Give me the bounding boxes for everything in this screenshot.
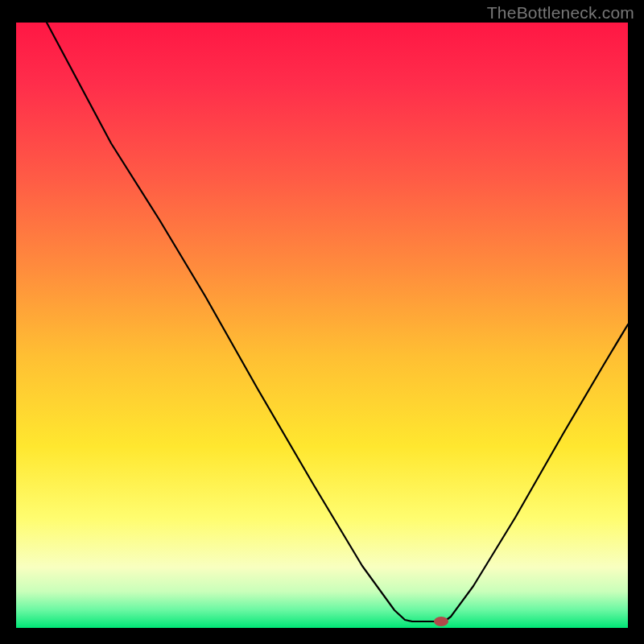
- chart-frame: TheBottleneck.com: [0, 0, 644, 644]
- bottleneck-chart: [16, 23, 628, 628]
- gradient-background: [16, 23, 628, 628]
- optimal-point-marker: [434, 617, 448, 626]
- plot-area: [16, 23, 628, 628]
- watermark-text: TheBottleneck.com: [487, 3, 634, 23]
